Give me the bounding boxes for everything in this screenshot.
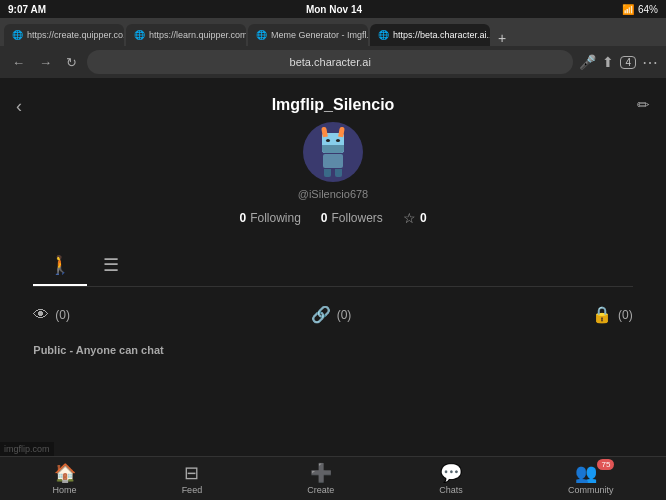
status-time: 9:07 AM: [8, 4, 46, 15]
nav-create[interactable]: ➕ Create: [295, 458, 346, 499]
tab-3-favicon: 🌐: [256, 30, 267, 40]
profile-edit-button[interactable]: ✏: [637, 96, 650, 114]
link-icon: 🔗: [311, 305, 331, 324]
home-icon: 🏠: [54, 462, 76, 484]
wifi-icon: 📶: [622, 4, 634, 15]
characters-icon: 🚶: [49, 255, 71, 275]
chats-label: Chats: [439, 485, 463, 495]
tab-2-favicon: 🌐: [134, 30, 145, 40]
tab-list[interactable]: ☰: [87, 246, 135, 286]
feed-label: Feed: [182, 485, 203, 495]
followers-count: 0: [321, 211, 328, 225]
profile-header: ‹ ✏ Imgflip_Silencio: [0, 88, 666, 246]
chats-icon: 💬: [440, 462, 462, 484]
stars-count: 0: [420, 211, 427, 225]
status-icons: 📶 64%: [622, 4, 658, 15]
tab-bar: 🌐 https://create.quipper.co... × 🌐 https…: [0, 18, 666, 46]
locked-stat: 🔒 (0): [592, 305, 633, 324]
forward-button[interactable]: →: [35, 53, 56, 72]
links-count: (0): [337, 308, 352, 322]
status-bar: 9:07 AM Mon Nov 14 📶 64%: [0, 0, 666, 18]
tab-3-label: Meme Generator - Imgfl...: [271, 30, 368, 40]
tab-1-label: https://create.quipper.co...: [27, 30, 124, 40]
nav-home[interactable]: 🏠 Home: [41, 458, 89, 499]
eye-icon: 👁: [33, 306, 49, 324]
nav-community[interactable]: 👥 75 Community: [556, 458, 626, 499]
back-button[interactable]: ←: [8, 53, 29, 72]
tab-4-favicon: 🌐: [378, 30, 389, 40]
following-label: Following: [250, 211, 301, 225]
public-prefix: Public: [33, 344, 66, 356]
community-badge: 75: [597, 459, 614, 470]
address-bar-icons: 🎤 ⬆ 4 ⋯: [579, 53, 658, 72]
avatar-body: [323, 154, 343, 168]
url-text: beta.character.ai: [290, 56, 371, 68]
tab-3[interactable]: 🌐 Meme Generator - Imgfl... ×: [248, 24, 368, 46]
content-stats-row: 👁 (0) 🔗 (0) 🔒 (0): [33, 299, 632, 330]
mic-icon[interactable]: 🎤: [579, 54, 596, 70]
community-icon: 👥: [575, 463, 597, 483]
views-count: (0): [55, 308, 70, 322]
create-icon: ➕: [310, 462, 332, 484]
reload-button[interactable]: ↻: [62, 53, 81, 72]
locked-count: (0): [618, 308, 633, 322]
avatar-figure: [313, 127, 353, 177]
links-stat: 🔗 (0): [311, 305, 352, 324]
profile-name: Imgflip_Silencio: [272, 96, 395, 114]
public-label: Public - Anyone can chat: [33, 344, 632, 356]
tab-4[interactable]: 🌐 https://beta.character.ai... ×: [370, 24, 490, 46]
profile-username: @iSilencio678: [298, 188, 369, 200]
feed-icon: ⊟: [184, 462, 199, 484]
nav-feed[interactable]: ⊟ Feed: [170, 458, 215, 499]
status-date: Mon Nov 14: [306, 4, 362, 15]
lock-icon: 🔒: [592, 305, 612, 324]
nav-chats[interactable]: 💬 Chats: [427, 458, 475, 499]
menu-icon[interactable]: ⋯: [642, 53, 658, 72]
share-icon[interactable]: ⬆: [602, 54, 614, 70]
public-suffix: - Anyone can chat: [69, 344, 163, 356]
avatar: [303, 122, 363, 182]
address-bar[interactable]: beta.character.ai: [87, 50, 573, 74]
followers-label: Followers: [332, 211, 383, 225]
new-tab-button[interactable]: +: [492, 30, 512, 46]
imgflip-watermark: imgflip.com: [0, 442, 54, 456]
tab-2[interactable]: 🌐 https://learn.quipper.com... ×: [126, 24, 246, 46]
following-count: 0: [239, 211, 246, 225]
stars-stat: ☆ 0: [403, 210, 427, 226]
home-label: Home: [53, 485, 77, 495]
tab-1-favicon: 🌐: [12, 30, 23, 40]
star-icon: ☆: [403, 210, 416, 226]
community-label: Community: [568, 485, 614, 495]
profile-back-button[interactable]: ‹: [16, 96, 22, 117]
tab-2-label: https://learn.quipper.com...: [149, 30, 246, 40]
followers-stat: 0 Followers: [321, 211, 383, 225]
bottom-nav: 🏠 Home ⊟ Feed ➕ Create 💬 Chats 👥 75 Comm…: [0, 456, 666, 500]
tab-count-badge[interactable]: 4: [620, 56, 636, 69]
page-content: ‹ ✏ Imgflip_Silencio: [0, 78, 666, 456]
tab-4-label: https://beta.character.ai...: [393, 30, 490, 40]
views-stat: 👁 (0): [33, 306, 70, 324]
create-label: Create: [307, 485, 334, 495]
following-stat: 0 Following: [239, 211, 300, 225]
profile-stats: 0 Following 0 Followers ☆ 0: [239, 210, 426, 226]
profile-tabs: 🚶 ☰: [33, 246, 632, 287]
tab-1[interactable]: 🌐 https://create.quipper.co... ×: [4, 24, 124, 46]
list-icon: ☰: [103, 255, 119, 275]
address-bar-row: ← → ↻ beta.character.ai 🎤 ⬆ 4 ⋯: [0, 46, 666, 78]
content-area: 👁 (0) 🔗 (0) 🔒 (0) Public - Anyone can ch…: [33, 299, 632, 356]
battery-text: 64%: [638, 4, 658, 15]
tab-characters[interactable]: 🚶: [33, 246, 87, 286]
